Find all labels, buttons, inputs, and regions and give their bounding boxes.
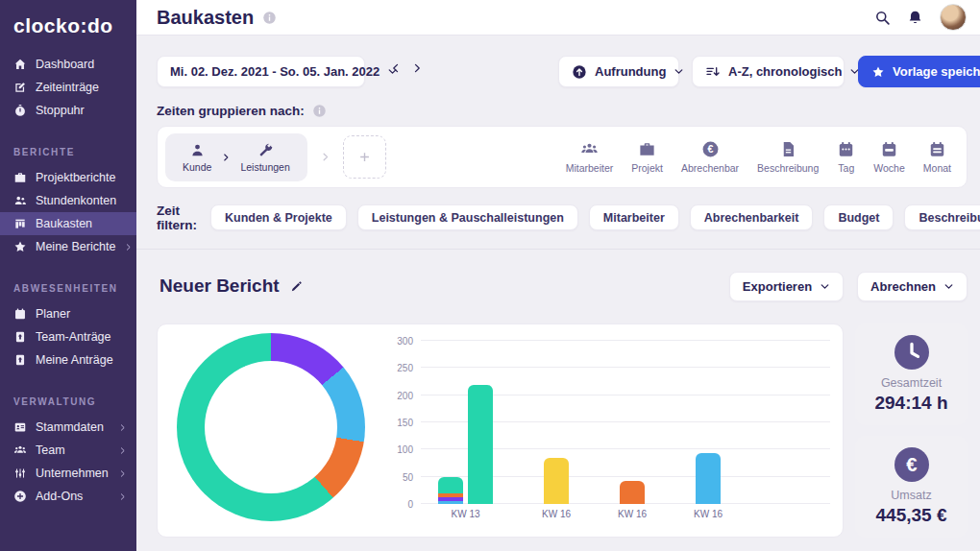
clock-icon (894, 335, 929, 370)
search-icon[interactable] (874, 10, 891, 26)
y-axis-tick: 100 (377, 444, 413, 455)
y-axis-tick: 200 (377, 390, 413, 400)
y-axis-tick: 250 (377, 363, 413, 373)
chevron-right-icon (118, 446, 127, 455)
revenue-value: 445,35 € (876, 505, 947, 526)
next-period-button[interactable] (411, 62, 429, 80)
active-group-kunde[interactable]: Kunde (183, 142, 211, 173)
bar[interactable] (620, 481, 645, 504)
prev-period-button[interactable] (390, 62, 407, 80)
save-template-button[interactable]: Vorlage speichern (858, 56, 980, 87)
filter-button-mitarbeiter[interactable]: Mitarbeiter (589, 204, 679, 230)
star-icon (13, 240, 27, 253)
sidebar-item-team-anträge[interactable]: Team-Anträge (0, 325, 136, 348)
sidebar-item-unternehmen[interactable]: Unternehmen (0, 462, 136, 485)
chevron-right-icon[interactable] (411, 62, 423, 74)
report-actions: Exportieren Abrechnen (729, 272, 968, 301)
sidebar-section-title: ABWESENHEITEN (0, 283, 136, 294)
people-icon (13, 194, 27, 207)
avatar[interactable] (940, 4, 967, 31)
rounding-dropdown[interactable]: Aufrundung (558, 56, 679, 87)
sidebar-item-label: Unternehmen (36, 467, 109, 480)
sidebar-item-team[interactable]: Team (0, 439, 136, 462)
gridline (421, 340, 830, 341)
chevron-right-icon (118, 492, 127, 501)
sort-dropdown[interactable]: A-Z, chronologisch (692, 56, 845, 87)
invoice-dropdown[interactable]: Abrechnen (857, 272, 968, 301)
sidebar-item-stoppuhr[interactable]: Stoppuhr (0, 99, 136, 122)
sidebar-section: ABWESENHEITENPlanerTeam-AnträgeMeine Ant… (0, 283, 136, 371)
bar-chart[interactable] (421, 341, 830, 504)
sidebar-item-planer[interactable]: Planer (0, 302, 136, 325)
stopwatch-icon (13, 104, 27, 117)
save-template-label: Vorlage speichern (893, 64, 980, 79)
info-icon[interactable] (262, 11, 277, 25)
group-option-beschreibung[interactable]: Beschreibung (757, 140, 819, 174)
plus-icon[interactable] (357, 150, 372, 164)
sidebar-item-label: Add-Ons (36, 490, 83, 503)
sidebar-item-add-ons[interactable]: Add-Ons (0, 485, 136, 508)
report-header: Neuer Bericht Exportieren Abrechnen (159, 271, 968, 301)
pencil-icon[interactable] (289, 279, 304, 294)
sliders-icon (13, 467, 27, 480)
group-option-abrechenbar[interactable]: €Abrechenbar (681, 140, 739, 174)
bar[interactable] (438, 477, 463, 504)
chart-panel: 050100150200250300 KW 13KW 16KW 16KW 16 (157, 323, 844, 538)
group-option-label: Monat (923, 162, 951, 174)
total-time-value: 294:14 h (874, 393, 947, 414)
donut-chart[interactable] (177, 333, 365, 521)
date-range-dropdown[interactable]: Mi. 02. Dez. 2021 - So. 05. Jan. 2022 (157, 56, 365, 87)
sidebar-item-label: Dashboard (36, 58, 94, 71)
x-axis-label: KW 16 (694, 509, 723, 519)
edit-title-icon[interactable] (289, 279, 304, 294)
plus-circle-icon (13, 490, 27, 503)
group-options: MitarbeiterProjekt€AbrechenbarBeschreibu… (566, 140, 951, 174)
y-axis-tick: 50 (377, 471, 413, 482)
euro-icon: € (894, 447, 929, 482)
bar[interactable] (696, 453, 721, 504)
bar[interactable] (468, 385, 493, 504)
group-option-label: Woche (873, 162, 905, 174)
bar-segment (438, 501, 463, 504)
sidebar-item-stammdaten[interactable]: Stammdaten (0, 416, 136, 439)
bar-segment (468, 385, 493, 504)
active-group-leistungen[interactable]: Leistungen (240, 142, 289, 173)
group-option-monat[interactable]: Monat (923, 140, 951, 174)
briefcase-icon (13, 171, 27, 184)
filter-buttons: Kunden & ProjekteLeistungen & Pauschalle… (210, 204, 980, 230)
search-icon[interactable] (874, 10, 891, 26)
bar[interactable] (544, 458, 569, 504)
sidebar-item-projektberichte[interactable]: Projektberichte (0, 166, 136, 189)
grouping-info-icon[interactable] (312, 104, 327, 118)
filter-button-kunden-projekte[interactable]: Kunden & Projekte (210, 204, 347, 230)
filter-button-abrechenbarkeit[interactable]: Abrechenbarkeit (690, 204, 814, 230)
sidebar-item-stundenkonten[interactable]: Stundenkonten (0, 189, 136, 212)
export-dropdown[interactable]: Exportieren (729, 272, 844, 301)
topbar-actions (874, 4, 967, 31)
group-option-projekt[interactable]: Projekt (631, 140, 663, 174)
info-icon[interactable] (312, 104, 327, 118)
y-axis-tick: 300 (377, 336, 413, 347)
sidebar-item-dashboard[interactable]: Dashboard (0, 53, 136, 76)
group-option-woche[interactable]: Woche (873, 140, 905, 174)
bell-icon[interactable] (907, 10, 923, 26)
sidebar-item-meine-berichte[interactable]: Meine Berichte (0, 235, 136, 258)
sidebar-section-title: VERWALTUNG (0, 396, 136, 407)
bell-icon[interactable] (907, 10, 923, 26)
page-info-icon[interactable] (262, 11, 277, 25)
filter-button-leistungen-pauschalleistungen[interactable]: Leistungen & Pauschalleistungen (357, 204, 578, 230)
chevron-left-icon[interactable] (390, 62, 402, 74)
topbar: Baukasten (136, 0, 980, 36)
sidebar-item-meine-anträge[interactable]: Meine Anträge (0, 348, 136, 371)
sidebar-item-zeiteinträge[interactable]: Zeiteinträge (0, 76, 136, 99)
calendar-month-icon (928, 140, 946, 158)
group-option-mitarbeiter[interactable]: Mitarbeiter (566, 140, 614, 174)
sidebar-item-baukasten[interactable]: Baukasten (0, 212, 136, 235)
add-group-button[interactable] (343, 135, 386, 179)
team-icon (580, 140, 599, 158)
filter-button-beschreibungen[interactable]: Beschreibungen (904, 204, 980, 230)
chevron-right-icon (221, 153, 231, 162)
document-icon (779, 140, 797, 158)
group-option-tag[interactable]: Tag (837, 140, 855, 174)
filter-button-budget[interactable]: Budget (823, 204, 894, 230)
